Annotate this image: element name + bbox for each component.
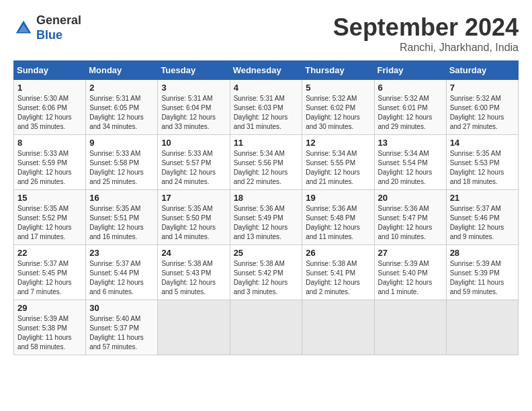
calendar-week-row: 29Sunrise: 5:39 AM Sunset: 5:38 PM Dayli…	[14, 300, 519, 355]
calendar-cell: 24Sunrise: 5:38 AM Sunset: 5:43 PM Dayli…	[158, 245, 230, 300]
day-number: 9	[89, 138, 154, 148]
calendar-cell: 26Sunrise: 5:38 AM Sunset: 5:41 PM Dayli…	[302, 245, 374, 300]
calendar-cell: 20Sunrise: 5:36 AM Sunset: 5:47 PM Dayli…	[374, 190, 446, 245]
calendar-cell: 5Sunrise: 5:32 AM Sunset: 6:02 PM Daylig…	[302, 80, 374, 135]
calendar-cell: 21Sunrise: 5:37 AM Sunset: 5:46 PM Dayli…	[446, 190, 518, 245]
calendar-cell: 25Sunrise: 5:38 AM Sunset: 5:42 PM Dayli…	[230, 245, 302, 300]
day-number: 25	[234, 248, 299, 258]
calendar-cell	[158, 300, 230, 355]
day-info: Sunrise: 5:36 AM Sunset: 5:48 PM Dayligh…	[306, 204, 370, 242]
day-number: 30	[89, 303, 154, 313]
calendar-cell: 11Sunrise: 5:34 AM Sunset: 5:56 PM Dayli…	[230, 135, 302, 190]
calendar-cell	[446, 300, 518, 355]
calendar-cell: 22Sunrise: 5:37 AM Sunset: 5:45 PM Dayli…	[14, 245, 86, 300]
calendar-cell: 18Sunrise: 5:36 AM Sunset: 5:49 PM Dayli…	[230, 190, 302, 245]
day-info: Sunrise: 5:34 AM Sunset: 5:55 PM Dayligh…	[306, 149, 370, 187]
day-info: Sunrise: 5:32 AM Sunset: 6:02 PM Dayligh…	[306, 94, 370, 132]
day-number: 15	[17, 193, 82, 203]
day-info: Sunrise: 5:33 AM Sunset: 5:58 PM Dayligh…	[89, 149, 154, 187]
day-number: 4	[234, 83, 299, 93]
calendar-week-row: 22Sunrise: 5:37 AM Sunset: 5:45 PM Dayli…	[14, 245, 519, 300]
calendar-cell: 1Sunrise: 5:30 AM Sunset: 6:06 PM Daylig…	[14, 80, 86, 135]
day-info: Sunrise: 5:34 AM Sunset: 5:54 PM Dayligh…	[378, 149, 443, 187]
day-number: 14	[450, 138, 515, 148]
weekday-header-wednesday: Wednesday	[230, 61, 302, 80]
day-number: 2	[89, 83, 154, 93]
day-info: Sunrise: 5:35 AM Sunset: 5:50 PM Dayligh…	[161, 204, 226, 242]
day-info: Sunrise: 5:37 AM Sunset: 5:46 PM Dayligh…	[450, 204, 515, 242]
day-number: 5	[306, 83, 370, 93]
day-info: Sunrise: 5:33 AM Sunset: 5:59 PM Dayligh…	[17, 149, 82, 187]
weekday-header-saturday: Saturday	[446, 61, 518, 80]
calendar-cell: 17Sunrise: 5:35 AM Sunset: 5:50 PM Dayli…	[158, 190, 230, 245]
day-number: 20	[378, 193, 443, 203]
day-number: 16	[89, 193, 154, 203]
calendar-cell: 4Sunrise: 5:31 AM Sunset: 6:03 PM Daylig…	[230, 80, 302, 135]
day-info: Sunrise: 5:39 AM Sunset: 5:40 PM Dayligh…	[378, 259, 443, 297]
day-info: Sunrise: 5:39 AM Sunset: 5:38 PM Dayligh…	[17, 314, 82, 352]
day-number: 1	[17, 83, 82, 93]
calendar-cell: 15Sunrise: 5:35 AM Sunset: 5:52 PM Dayli…	[14, 190, 86, 245]
calendar-cell: 19Sunrise: 5:36 AM Sunset: 5:48 PM Dayli…	[302, 190, 374, 245]
day-info: Sunrise: 5:31 AM Sunset: 6:03 PM Dayligh…	[234, 94, 299, 132]
month-title: September 2024	[333, 13, 519, 42]
weekday-header-thursday: Thursday	[302, 61, 374, 80]
day-number: 13	[378, 138, 443, 148]
calendar-cell: 23Sunrise: 5:37 AM Sunset: 5:44 PM Dayli…	[86, 245, 158, 300]
day-info: Sunrise: 5:39 AM Sunset: 5:39 PM Dayligh…	[450, 259, 515, 297]
page-header: General Blue September 2024 Ranchi, Jhar…	[13, 13, 519, 54]
location-subtitle: Ranchi, Jharkhand, India	[333, 42, 519, 54]
weekday-header-friday: Friday	[374, 61, 446, 80]
day-number: 23	[89, 248, 154, 258]
day-info: Sunrise: 5:38 AM Sunset: 5:43 PM Dayligh…	[161, 259, 226, 297]
calendar-cell	[230, 300, 302, 355]
calendar-week-row: 1Sunrise: 5:30 AM Sunset: 6:06 PM Daylig…	[14, 80, 519, 135]
calendar-week-row: 15Sunrise: 5:35 AM Sunset: 5:52 PM Dayli…	[14, 190, 519, 245]
day-number: 24	[161, 248, 226, 258]
logo: General Blue	[13, 13, 81, 42]
day-info: Sunrise: 5:31 AM Sunset: 6:04 PM Dayligh…	[161, 94, 226, 132]
day-info: Sunrise: 5:36 AM Sunset: 5:47 PM Dayligh…	[378, 204, 443, 242]
day-info: Sunrise: 5:38 AM Sunset: 5:41 PM Dayligh…	[306, 259, 370, 297]
calendar-cell: 16Sunrise: 5:35 AM Sunset: 5:51 PM Dayli…	[86, 190, 158, 245]
calendar-cell: 3Sunrise: 5:31 AM Sunset: 6:04 PM Daylig…	[158, 80, 230, 135]
title-block: September 2024 Ranchi, Jharkhand, India	[333, 13, 519, 54]
day-number: 22	[17, 248, 82, 258]
logo-text: General Blue	[36, 13, 81, 42]
day-info: Sunrise: 5:33 AM Sunset: 5:57 PM Dayligh…	[161, 149, 226, 187]
day-info: Sunrise: 5:36 AM Sunset: 5:49 PM Dayligh…	[234, 204, 299, 242]
day-number: 28	[450, 248, 515, 258]
day-info: Sunrise: 5:32 AM Sunset: 6:01 PM Dayligh…	[378, 94, 443, 132]
weekday-header-row: SundayMondayTuesdayWednesdayThursdayFrid…	[14, 61, 519, 80]
day-number: 18	[234, 193, 299, 203]
day-info: Sunrise: 5:35 AM Sunset: 5:52 PM Dayligh…	[17, 204, 82, 242]
day-number: 29	[17, 303, 82, 313]
calendar-cell	[302, 300, 374, 355]
calendar-cell: 28Sunrise: 5:39 AM Sunset: 5:39 PM Dayli…	[446, 245, 518, 300]
calendar-cell: 8Sunrise: 5:33 AM Sunset: 5:59 PM Daylig…	[14, 135, 86, 190]
day-info: Sunrise: 5:37 AM Sunset: 5:44 PM Dayligh…	[89, 259, 154, 297]
day-number: 17	[161, 193, 226, 203]
calendar-cell: 29Sunrise: 5:39 AM Sunset: 5:38 PM Dayli…	[14, 300, 86, 355]
calendar-table: SundayMondayTuesdayWednesdayThursdayFrid…	[13, 60, 519, 355]
day-number: 10	[161, 138, 226, 148]
day-info: Sunrise: 5:37 AM Sunset: 5:45 PM Dayligh…	[17, 259, 82, 297]
day-number: 7	[450, 83, 515, 93]
calendar-cell: 2Sunrise: 5:31 AM Sunset: 6:05 PM Daylig…	[86, 80, 158, 135]
day-number: 12	[306, 138, 370, 148]
day-info: Sunrise: 5:38 AM Sunset: 5:42 PM Dayligh…	[234, 259, 299, 297]
calendar-cell: 10Sunrise: 5:33 AM Sunset: 5:57 PM Dayli…	[158, 135, 230, 190]
calendar-cell: 27Sunrise: 5:39 AM Sunset: 5:40 PM Dayli…	[374, 245, 446, 300]
calendar-cell: 30Sunrise: 5:40 AM Sunset: 5:37 PM Dayli…	[86, 300, 158, 355]
day-number: 27	[378, 248, 443, 258]
calendar-cell: 9Sunrise: 5:33 AM Sunset: 5:58 PM Daylig…	[86, 135, 158, 190]
calendar-week-row: 8Sunrise: 5:33 AM Sunset: 5:59 PM Daylig…	[14, 135, 519, 190]
day-number: 21	[450, 193, 515, 203]
day-number: 3	[161, 83, 226, 93]
calendar-cell: 7Sunrise: 5:32 AM Sunset: 6:00 PM Daylig…	[446, 80, 518, 135]
weekday-header-tuesday: Tuesday	[158, 61, 230, 80]
day-number: 11	[234, 138, 299, 148]
day-number: 8	[17, 138, 82, 148]
weekday-header-monday: Monday	[86, 61, 158, 80]
calendar-cell: 13Sunrise: 5:34 AM Sunset: 5:54 PM Dayli…	[374, 135, 446, 190]
